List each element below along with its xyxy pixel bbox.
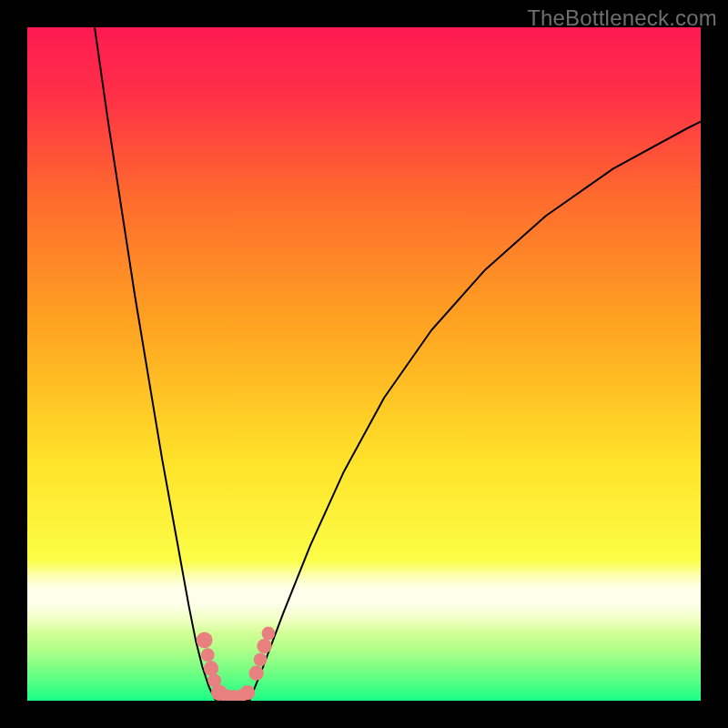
curve-marker <box>240 685 255 700</box>
curve-layer <box>27 27 701 701</box>
curve-marker <box>197 632 213 649</box>
curve-marker <box>248 666 263 681</box>
curve-marker <box>257 639 271 653</box>
curve-marker <box>201 648 215 662</box>
curve-marker <box>262 627 276 641</box>
curve-markers <box>197 627 276 701</box>
watermark-text: TheBottleneck.com <box>527 5 717 31</box>
plot-area <box>27 27 701 701</box>
chart-stage: TheBottleneck.com <box>0 0 728 728</box>
curve-marker <box>254 652 268 666</box>
bottleneck-curve <box>95 27 701 701</box>
curve-marker <box>204 661 218 675</box>
